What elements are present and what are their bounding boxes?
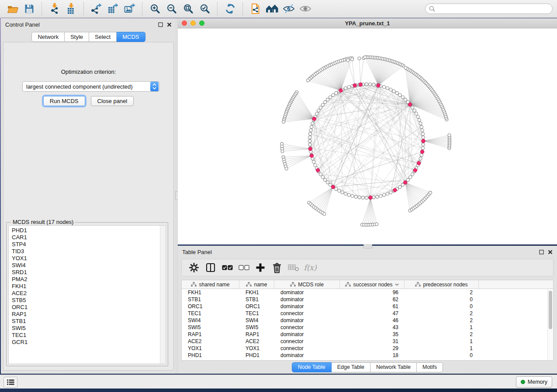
export-table-button[interactable]: [106, 2, 121, 16]
close-icon[interactable]: [166, 21, 173, 28]
table-cell: PHD1: [182, 352, 239, 359]
mcds-result-list[interactable]: PHD1CAR1STP4TID3YOX1SWI4SRD1PMA2FKH1ACE2…: [8, 225, 166, 364]
search-input[interactable]: [437, 5, 549, 12]
control-panel: Control Panel NetworkStyleSelectMCDS Opt…: [1, 18, 176, 374]
mcds-result-item[interactable]: GCR1: [9, 339, 166, 346]
close-panel-button[interactable]: Close panel: [91, 96, 134, 106]
mcds-result-item[interactable]: STB1: [9, 318, 166, 325]
float-window-icon[interactable]: [157, 21, 164, 28]
mcds-result-item[interactable]: TEC1: [9, 332, 166, 339]
table-cell: 1: [405, 324, 479, 331]
tab-select[interactable]: Select: [89, 32, 117, 42]
table-cell: ORC1: [182, 303, 239, 310]
function-builder-button[interactable]: f(x): [303, 261, 317, 274]
import-table-button[interactable]: [64, 2, 79, 16]
tab-edge-table[interactable]: Edge Table: [332, 362, 370, 372]
save-button[interactable]: [22, 2, 37, 16]
control-panel-header: Control Panel: [1, 18, 176, 30]
table-settings-button[interactable]: [187, 261, 201, 274]
tab-node-table[interactable]: Node Table: [292, 362, 332, 372]
table-cell: 62: [340, 296, 405, 303]
mcds-result-item[interactable]: PMA2: [9, 276, 166, 283]
float-window-icon[interactable]: [538, 248, 545, 255]
split-panel-button[interactable]: [204, 261, 218, 274]
search-box[interactable]: [425, 3, 553, 14]
mcds-result-item[interactable]: SRD1: [9, 269, 166, 276]
delete-column-button[interactable]: [270, 261, 284, 274]
scrollbar-thumb[interactable]: [549, 291, 552, 329]
table-row[interactable]: SWI4SWI4dominator462: [182, 317, 553, 324]
table-row[interactable]: YOX1YOX1connector291: [182, 345, 553, 352]
main-toolbar: [0, 0, 557, 18]
add-column-button[interactable]: [253, 261, 267, 274]
table-row[interactable]: ACE2ACE2connector311: [182, 338, 553, 345]
table-row[interactable]: FKH1FKH1dominator962: [182, 289, 553, 296]
select-all-button[interactable]: [220, 261, 234, 274]
mcds-result-item[interactable]: ACE2: [9, 290, 166, 297]
show-graphics-details-button[interactable]: [298, 2, 313, 16]
tab-mcds[interactable]: MCDS: [117, 32, 145, 42]
tab-style[interactable]: Style: [65, 32, 89, 42]
zoom-out-button[interactable]: [164, 2, 179, 16]
ndex-document-button[interactable]: [248, 2, 263, 16]
table-cell: 1: [405, 345, 479, 352]
mcds-result-item[interactable]: STP4: [9, 241, 166, 248]
tab-network[interactable]: Network: [31, 32, 65, 42]
run-mcds-button[interactable]: Run MCDS: [43, 96, 85, 106]
mcds-result-item[interactable]: STB5: [9, 297, 166, 304]
mcds-result-item[interactable]: RAP1: [9, 311, 166, 318]
deselect-all-button[interactable]: [237, 261, 251, 274]
table-cell: 61: [340, 303, 405, 310]
column-header-name[interactable]: name: [239, 280, 274, 289]
delete-table-button[interactable]: [287, 261, 301, 274]
table-cell: SWI5: [182, 324, 239, 331]
export-network-button[interactable]: [89, 2, 104, 16]
mcds-result-item[interactable]: PHD1: [9, 227, 166, 234]
table-cell: TEC1: [239, 310, 274, 317]
table-row[interactable]: TEC1TEC1connector472: [182, 310, 553, 317]
export-image-button[interactable]: [122, 2, 137, 16]
zoom-in-button[interactable]: [148, 2, 163, 16]
table-scrollbar[interactable]: [547, 289, 553, 360]
selected-option: largest connected component (undirected): [23, 83, 150, 90]
table-tabs: Node TableEdge TableNetwork TableMotifs: [178, 362, 557, 371]
mcds-result-item[interactable]: FKH1: [9, 283, 166, 290]
tab-network-table[interactable]: Network Table: [370, 362, 417, 372]
table-row[interactable]: PHD1PHD1dominator180: [182, 352, 553, 359]
mcds-list-scrollbar[interactable]: [160, 226, 166, 364]
mcds-result-item[interactable]: TID3: [9, 248, 166, 255]
optimization-criterion-label: Optimization criterion:: [3, 69, 173, 75]
tab-motifs[interactable]: Motifs: [417, 362, 443, 372]
ndex-home-button[interactable]: [265, 2, 280, 16]
memory-button[interactable]: Memory: [516, 376, 552, 388]
zoom-fit-button[interactable]: [181, 2, 196, 16]
mcds-result-item[interactable]: ORC1: [9, 304, 166, 311]
table-row[interactable]: STB1STB1dominator620: [182, 296, 553, 303]
mcds-result-item[interactable]: YOX1: [9, 255, 166, 262]
task-history-button[interactable]: [3, 377, 17, 388]
open-button[interactable]: [5, 2, 20, 16]
table-row[interactable]: ORC1ORC1dominator610: [182, 303, 553, 310]
table-row[interactable]: RAP1RAP1dominator352: [182, 331, 553, 338]
mcds-result-item[interactable]: CAR1: [9, 234, 166, 241]
optimization-criterion-select[interactable]: largest connected component (undirected): [22, 81, 159, 92]
table-cell: 43: [340, 324, 405, 331]
mcds-result-item[interactable]: SWI5: [9, 325, 166, 332]
mcds-panel: Optimization criterion: largest connecte…: [3, 42, 174, 371]
column-header-predecessor-nodes[interactable]: predecessor nodes: [405, 280, 479, 289]
table-row[interactable]: SWI5SWI5connector431: [182, 324, 553, 331]
import-network-button[interactable]: [47, 2, 62, 16]
close-icon[interactable]: [547, 248, 554, 255]
column-header-successor-nodes[interactable]: successor nodes: [340, 280, 405, 289]
table-cell: SWI4: [182, 317, 239, 324]
hide-graphics-details-button[interactable]: [281, 2, 296, 16]
divider-handle-horizontal[interactable]: [363, 244, 372, 248]
zoom-selected-button[interactable]: [197, 2, 212, 16]
column-header-MCDS-role[interactable]: MCDS role: [274, 280, 340, 289]
table-panel: Table Panel f(x) shared namenameMCDS rol…: [178, 246, 557, 374]
mcds-result-item[interactable]: SWI4: [9, 262, 166, 269]
column-header-shared-name[interactable]: shared name: [182, 280, 239, 289]
table-header-row: shared namenameMCDS rolesuccessor nodesp…: [182, 280, 553, 289]
network-canvas[interactable]: [178, 28, 557, 244]
apply-layout-button[interactable]: [223, 2, 238, 16]
